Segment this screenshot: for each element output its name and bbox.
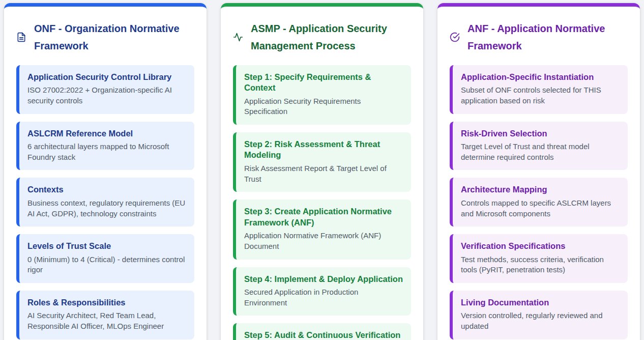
item-title: ASLCRM Reference Model xyxy=(27,128,186,139)
item-title: Living Documentation xyxy=(461,297,620,308)
item-description: Secured Application in Production Enviro… xyxy=(244,287,403,308)
framework-item: Application Security Control LibraryISO … xyxy=(16,65,194,114)
item-description: Risk Assessment Report & Target Level of… xyxy=(244,163,403,184)
framework-item: Step 5: Audit & Continuous VerificationS… xyxy=(233,323,411,340)
card-onf-items: Application Security Control LibraryISO … xyxy=(16,65,194,339)
item-title: Step 1: Specify Requirements & Context xyxy=(244,72,403,94)
item-title: Application Security Control Library xyxy=(27,72,186,82)
item-title: Roles & Responsibilities xyxy=(27,297,186,308)
framework-item: Verification SpecificationsTest methods,… xyxy=(450,234,628,283)
framework-item: Architecture MappingControls mapped to s… xyxy=(450,178,628,226)
item-title: Verification Specifications xyxy=(461,241,620,251)
card-asmp-items: Step 1: Specify Requirements & ContextAp… xyxy=(233,65,411,340)
card-title: ONF - Organization Normative Framework xyxy=(34,20,187,55)
item-description: Application Security Requirements Specif… xyxy=(244,96,403,117)
framework-item: Levels of Trust Scale0 (Minimum) to 4 (C… xyxy=(16,234,194,283)
card-title: ASMP - Application Security Management P… xyxy=(251,20,403,55)
item-description: Controls mapped to specific ASLCRM layer… xyxy=(461,198,620,219)
card-asmp: ASMP - Application Security Management P… xyxy=(221,3,423,340)
framework-item: Step 1: Specify Requirements & ContextAp… xyxy=(233,65,411,125)
item-description: Subset of ONF controls selected for THIS… xyxy=(461,85,620,106)
card-asmp-header: ASMP - Application Security Management P… xyxy=(233,20,411,55)
framework-item: Living DocumentationVersion controlled, … xyxy=(450,291,628,339)
item-title: Step 4: Implement & Deploy Application xyxy=(244,274,403,285)
item-title: Step 2: Risk Assessment & Threat Modelin… xyxy=(244,139,403,161)
item-description: ISO 27002:2022 + Organization-specific A… xyxy=(27,85,186,106)
framework-item: Step 3: Create Application Normative Fra… xyxy=(233,200,411,259)
item-description: Application Normative Framework (ANF) Do… xyxy=(244,231,403,251)
item-description: Target Level of Trust and threat model d… xyxy=(461,141,620,162)
card-anf-header: ANF - Application Normative Framework xyxy=(450,20,628,55)
item-title: Step 5: Audit & Continuous Verification xyxy=(244,330,403,340)
framework-item: Application-Specific InstantiationSubset… xyxy=(450,65,628,114)
item-description: Test methods, success criteria, verifica… xyxy=(461,254,620,275)
check-circle-icon xyxy=(450,32,460,42)
framework-item: ContextsBusiness context, regulatory req… xyxy=(16,178,194,226)
framework-board: ONF - Organization Normative Framework A… xyxy=(0,0,644,340)
framework-item: Step 4: Implement & Deploy ApplicationSe… xyxy=(233,267,411,316)
activity-icon xyxy=(233,32,243,42)
item-title: Step 3: Create Application Normative Fra… xyxy=(244,206,403,228)
item-title: Risk-Driven Selection xyxy=(461,128,620,139)
item-description: AI Security Architect, Red Team Lead, Re… xyxy=(27,310,186,331)
framework-item: Step 2: Risk Assessment & Threat Modelin… xyxy=(233,132,411,192)
framework-item: Roles & ResponsibilitiesAI Security Arch… xyxy=(16,291,194,339)
card-onf: ONF - Organization Normative Framework A… xyxy=(4,3,207,340)
item-title: Levels of Trust Scale xyxy=(27,241,186,251)
item-description: Version controlled, regularly reviewed a… xyxy=(461,310,620,331)
item-title: Architecture Mapping xyxy=(461,184,620,195)
card-onf-header: ONF - Organization Normative Framework xyxy=(16,20,194,55)
item-title: Application-Specific Instantiation xyxy=(461,72,620,82)
item-description: 6 architectural layers mapped to Microso… xyxy=(27,141,186,162)
card-anf-items: Application-Specific InstantiationSubset… xyxy=(450,65,628,339)
item-description: Business context, regulatory requirement… xyxy=(27,198,186,219)
card-title: ANF - Application Normative Framework xyxy=(467,20,620,55)
item-description: 0 (Minimum) to 4 (Critical) - determines… xyxy=(27,254,186,275)
card-anf: ANF - Application Normative Framework Ap… xyxy=(437,3,640,340)
framework-item: Risk-Driven SelectionTarget Level of Tru… xyxy=(450,122,628,171)
item-title: Contexts xyxy=(27,184,186,195)
framework-item: ASLCRM Reference Model6 architectural la… xyxy=(16,122,194,171)
file-text-icon xyxy=(16,32,26,42)
